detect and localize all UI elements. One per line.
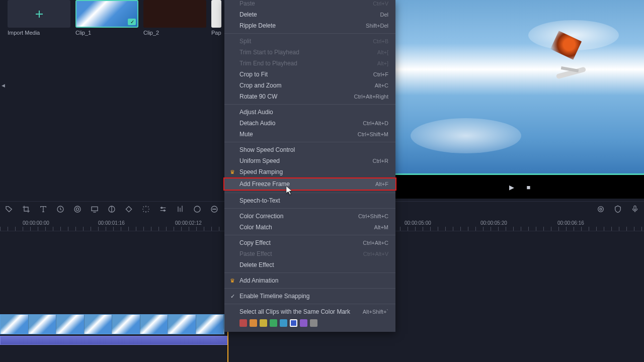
- time-mark: 00:00:02:12: [175, 220, 202, 226]
- color-mark[interactable]: [310, 319, 317, 327]
- color-mark[interactable]: [270, 319, 277, 327]
- menu-item-show-speed-control[interactable]: Show Speed Control: [224, 144, 395, 155]
- preview-progress[interactable]: [395, 173, 644, 175]
- svg-rect-5: [92, 207, 98, 211]
- menu-shortcut: Del: [380, 12, 388, 18]
- menu-item-crop-to-fit[interactable]: Crop to FitCtrl+F: [224, 69, 395, 80]
- crown-icon: ♛: [229, 277, 236, 284]
- effect-icon[interactable]: [141, 204, 151, 214]
- clip-label: Pap: [211, 30, 221, 36]
- menu-item-ripple-delete[interactable]: Ripple DeleteShift+Del: [224, 20, 395, 31]
- more-icon[interactable]: [209, 204, 219, 214]
- marker-icon[interactable]: [596, 204, 606, 214]
- check-icon: ✓: [229, 293, 236, 300]
- color-mark[interactable]: [290, 319, 297, 327]
- preview-video[interactable]: [395, 0, 644, 173]
- menu-shortcut: Ctrl+R: [373, 158, 388, 164]
- time-mark: 00:00:05:00: [405, 220, 431, 226]
- menu-item-trim-start-to-playhead: Trim Start to PlayheadAlt+[: [224, 47, 395, 58]
- menu-item-color-match[interactable]: Color MatchAlt+M: [224, 222, 395, 233]
- svg-point-3: [74, 206, 80, 212]
- crop-icon[interactable]: [21, 204, 31, 214]
- menu-item-uniform-speed[interactable]: Uniform SpeedCtrl+R: [224, 155, 395, 166]
- color-mark[interactable]: [300, 319, 307, 327]
- svg-rect-7: [126, 206, 131, 212]
- menu-label: Enable Timeline Snapping: [239, 293, 388, 300]
- audio-track-clip[interactable]: [0, 336, 228, 345]
- menu-item-mute[interactable]: MuteCtrl+Shift+M: [224, 129, 395, 140]
- time-mark: 00:00:01:16: [98, 220, 125, 226]
- clip-item-2[interactable]: Clip_2: [143, 0, 206, 36]
- menu-shortcut: Alt+[: [377, 49, 388, 55]
- menu-item-trim-end-to-playhead: Trim End to PlayheadAlt+]: [224, 58, 395, 69]
- menu-divider: [224, 142, 395, 142]
- menu-label: Add Animation: [239, 277, 388, 284]
- menu-item-crop-and-zoom[interactable]: Crop and ZoomAlt+C: [224, 80, 395, 91]
- menu-item-copy-effect[interactable]: Copy EffectCtrl+Alt+C: [224, 237, 395, 248]
- menu-label: Color Correction: [239, 213, 358, 220]
- plus-icon: [33, 8, 45, 20]
- svg-point-19: [215, 209, 216, 209]
- menu-item-color-correction[interactable]: Color CorrectionCtrl+Shift+C: [224, 211, 395, 222]
- color-mark[interactable]: [250, 319, 257, 327]
- menu-label: Paste Effect: [239, 250, 363, 257]
- shield-icon[interactable]: [613, 204, 623, 214]
- color-marks-row: [224, 317, 395, 332]
- menu-label: Trim Start to Playhead: [239, 49, 377, 56]
- menu-item-paste: PasteCtrl+V: [224, 0, 395, 9]
- menu-shortcut: Alt+Shift+`: [363, 309, 388, 315]
- menu-label: Crop and Zoom: [239, 82, 375, 89]
- menu-label: Delete Effect: [239, 261, 388, 268]
- menu-item-add-freeze-frame[interactable]: Add Freeze FrameAlt+F: [223, 177, 396, 191]
- menu-item-rotate-90-cw[interactable]: Rotate 90 CWCtrl+Alt+Right: [224, 91, 395, 102]
- menu-shortcut: Ctrl+Shift+M: [358, 131, 388, 137]
- menu-item-enable-timeline-snapping[interactable]: ✓Enable Timeline Snapping: [224, 291, 395, 302]
- menu-label: Detach Audio: [239, 120, 363, 127]
- circle-icon[interactable]: [192, 204, 202, 214]
- color-mark[interactable]: [280, 319, 287, 327]
- menu-label: Color Match: [239, 224, 374, 231]
- equalizer-icon[interactable]: [175, 204, 185, 214]
- screen-icon[interactable]: [90, 204, 100, 214]
- keyframe-icon[interactable]: [124, 204, 134, 214]
- color-icon[interactable]: [72, 204, 83, 214]
- text-icon[interactable]: [38, 204, 48, 214]
- menu-item-detach-audio[interactable]: Detach AudioCtrl+Alt+D: [224, 118, 395, 129]
- play-button[interactable]: ▶: [509, 184, 514, 191]
- menu-label: Crop to Fit: [239, 71, 373, 78]
- menu-divider: [224, 208, 395, 209]
- import-media-button[interactable]: Import Media: [8, 0, 70, 36]
- svg-point-4: [76, 208, 78, 210]
- preview-panel: ▶ ■: [395, 0, 644, 199]
- menu-divider: [224, 235, 395, 235]
- clip-item-1[interactable]: ✓ Clip_1: [75, 0, 138, 36]
- time-mark: 00:00:06:16: [557, 220, 584, 226]
- menu-label: Split: [239, 38, 373, 45]
- tag-icon[interactable]: [4, 204, 14, 214]
- collapse-arrow-icon[interactable]: ◀: [2, 83, 5, 88]
- menu-shortcut: Alt+C: [375, 82, 388, 88]
- chroma-icon[interactable]: [107, 204, 117, 214]
- menu-shortcut: Alt+]: [377, 60, 388, 66]
- menu-label: Trim End to Playhead: [239, 60, 377, 67]
- color-mark[interactable]: [239, 319, 247, 327]
- menu-item-speed-ramping[interactable]: ♛Speed Ramping: [224, 166, 395, 177]
- menu-item-add-animation[interactable]: ♛Add Animation: [224, 275, 395, 286]
- video-track-clip[interactable]: [0, 314, 224, 334]
- svg-point-15: [194, 206, 200, 212]
- menu-item-select-all-clips-with-the-same-color-mark[interactable]: Select all Clips with the Same Color Mar…: [224, 306, 395, 317]
- clip-label: Clip_2: [143, 30, 159, 36]
- menu-shortcut: Ctrl+B: [373, 38, 388, 44]
- menu-item-delete-effect[interactable]: Delete Effect: [224, 259, 395, 270]
- menu-divider: [224, 104, 395, 105]
- mic-icon[interactable]: [630, 204, 640, 214]
- menu-label: Mute: [239, 131, 358, 138]
- menu-item-speech-to-text[interactable]: Speech-to-Text: [224, 195, 395, 206]
- adjust-icon[interactable]: [158, 204, 168, 214]
- menu-item-adjust-audio[interactable]: Adjust Audio: [224, 107, 395, 118]
- menu-item-delete[interactable]: DeleteDel: [224, 9, 395, 20]
- clip-item-3[interactable]: Pap: [211, 0, 221, 36]
- color-mark[interactable]: [260, 319, 267, 327]
- speed-icon[interactable]: [55, 204, 65, 214]
- stop-button[interactable]: ■: [527, 184, 531, 191]
